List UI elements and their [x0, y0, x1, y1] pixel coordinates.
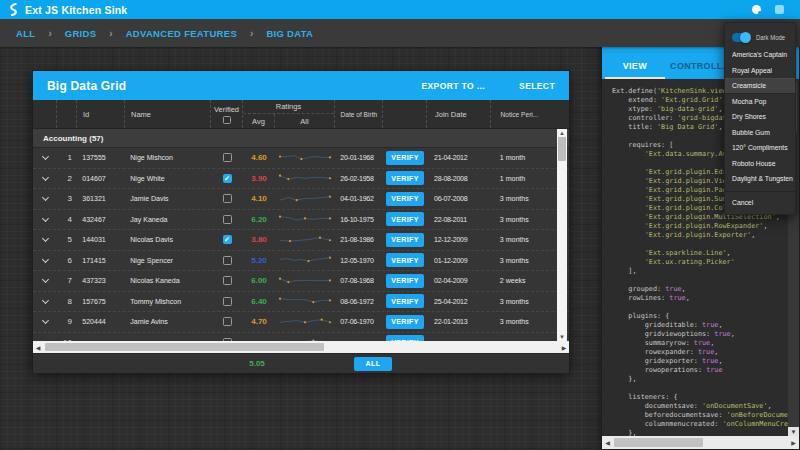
row-expander-chevron-icon[interactable]	[41, 235, 48, 242]
verify-button[interactable]: VERIFY	[386, 274, 424, 288]
scrollbar-thumb[interactable]	[45, 343, 324, 351]
tab-view[interactable]: VIEW	[602, 53, 668, 79]
table-row[interactable]: 3361321Jamie Davis4.1004-01-1962VERIFY06…	[33, 189, 569, 210]
apps-icon[interactable]	[775, 5, 784, 14]
cell-id: 520444	[77, 312, 125, 332]
column-header-join-date[interactable]: Join Date	[427, 100, 491, 128]
breadcrumb-item-all[interactable]: ALL	[16, 28, 35, 39]
select-button[interactable]: SELECT	[519, 81, 555, 91]
ratings-sparkline	[278, 152, 332, 164]
menu-item-bubble-gum[interactable]: Bubble Gum	[725, 125, 795, 141]
scroll-down-icon[interactable]: ▼	[559, 333, 565, 341]
cell-date-of-birth: 07-06-1970	[335, 312, 383, 332]
group-header[interactable]: Accounting (57)	[33, 129, 569, 148]
verify-button[interactable]: VERIFY	[386, 192, 424, 206]
breadcrumb-item-big-data[interactable]: BIG DATA	[266, 28, 313, 39]
verified-checkbox[interactable]	[223, 215, 232, 224]
theme-palette-icon[interactable]	[752, 5, 761, 14]
column-header-notice-period[interactable]: Notice Peri...	[491, 100, 569, 128]
menu-item-cancel[interactable]: Cancel	[725, 195, 795, 211]
row-expander-chevron-icon[interactable]	[41, 153, 48, 160]
table-row[interactable]: 9520444Jamie Avins4.7007-06-1970VERIFY22…	[33, 312, 569, 333]
verified-checkbox[interactable]	[223, 194, 232, 203]
column-header-verified[interactable]: Verified	[211, 100, 243, 128]
verify-button[interactable]: VERIFY	[386, 151, 424, 165]
verified-checkbox[interactable]	[223, 317, 232, 326]
column-header-rownumber[interactable]	[57, 100, 77, 128]
menu-item-america-s-captain[interactable]: America's Captain	[725, 47, 795, 63]
table-row[interactable]: 5144031Nicolas Davis✓3.8021-08-1986VERIF…	[33, 230, 569, 251]
grid-vertical-scrollbar[interactable]: ▲ ▼	[557, 129, 567, 341]
verified-checkbox[interactable]	[223, 256, 232, 265]
scrollbar-thumb[interactable]	[614, 438, 703, 447]
verify-button[interactable]: VERIFY	[386, 315, 424, 329]
table-row[interactable]: 4432467Jay Kaneda6.2016-10-1975VERIFY22-…	[33, 210, 569, 231]
cell-id: 432467	[77, 210, 125, 230]
dark-mode-toggle-row[interactable]: Dark Mode	[725, 27, 795, 47]
column-headers: Id Name Verified Ratings Avg All Date of…	[33, 100, 569, 129]
menu-item-creamsicle[interactable]: Creamsicle	[725, 78, 795, 94]
grid-horizontal-scrollbar[interactable]: ◀ ▶	[33, 341, 569, 353]
row-expander-chevron-icon[interactable]	[41, 194, 48, 201]
scroll-left-icon[interactable]: ◀	[33, 344, 43, 351]
verified-checkbox[interactable]: ✓	[223, 235, 232, 244]
table-row[interactable]: 10VERIFY	[33, 333, 569, 342]
verify-button[interactable]: VERIFY	[386, 171, 424, 185]
scroll-right-icon[interactable]: ▶	[788, 439, 799, 446]
dark-mode-toggle[interactable]	[732, 33, 750, 42]
cell-name: Jay Kaneda	[125, 210, 211, 230]
scroll-up-icon[interactable]: ▲	[559, 129, 565, 137]
table-row[interactable]: 7437323Nicolas Kaneda6.0007-08-1968VERIF…	[33, 271, 569, 292]
column-header-name[interactable]: Name	[125, 100, 211, 128]
row-number: 2	[57, 169, 77, 189]
menu-item-mocha-pop[interactable]: Mocha Pop	[725, 94, 795, 110]
menu-item-royal-appeal[interactable]: Royal Appeal	[725, 63, 795, 79]
table-row[interactable]: 8157675Tommy Mishcon6.4008-06-1972VERIFY…	[33, 292, 569, 313]
verified-checkbox[interactable]	[223, 276, 232, 285]
menu-item-roboto-house[interactable]: Roboto House	[725, 156, 795, 172]
row-expander-chevron-icon[interactable]	[41, 276, 48, 283]
breadcrumb-item-grids[interactable]: GRIDS	[65, 28, 97, 39]
table-row[interactable]: 2014607Nige White✓3.9026-02-1958VERIFY28…	[33, 169, 569, 190]
breadcrumb-item-advanced-features[interactable]: ADVANCED FEATURES	[126, 28, 237, 39]
app-title: Ext JS Kitchen Sink	[25, 4, 127, 16]
scrollbar-thumb[interactable]	[558, 137, 566, 161]
code-horizontal-scrollbar[interactable]: ◀ ▶	[602, 436, 799, 449]
code-line: gridviewoptions: true,	[612, 330, 790, 339]
code-line: documentsave: 'onDocumentSave',	[612, 402, 790, 411]
column-header-ratings[interactable]: Ratings	[243, 100, 334, 114]
row-expander-chevron-icon[interactable]	[41, 317, 48, 324]
code-line: rowoperations: true	[612, 366, 790, 375]
scroll-left-icon[interactable]: ◀	[602, 439, 613, 446]
row-number: 10	[57, 333, 77, 342]
verified-checkbox[interactable]	[223, 153, 232, 162]
export-to-button[interactable]: EXPORT TO ...	[421, 81, 485, 91]
table-row[interactable]: 1137555Nige Mishcon4.6020-01-1968VERIFY2…	[33, 148, 569, 169]
verify-all-button[interactable]: ALL	[354, 357, 392, 371]
column-header-verify[interactable]	[383, 100, 427, 128]
row-expander-chevron-icon[interactable]	[41, 297, 48, 304]
column-header-id[interactable]: Id	[77, 100, 125, 128]
column-header-expander[interactable]	[33, 100, 57, 128]
code-line	[612, 276, 790, 285]
verified-checkbox[interactable]: ✓	[223, 174, 232, 183]
row-expander-chevron-icon[interactable]	[41, 215, 48, 222]
row-expander-chevron-icon[interactable]	[41, 256, 48, 263]
menu-item-dry-shores[interactable]: Dry Shores	[725, 109, 795, 125]
table-row[interactable]: 6171415Nige Spencer5.2012-05-1970VERIFY0…	[33, 251, 569, 272]
menu-item-120-compliments[interactable]: 120° Compliments	[725, 140, 795, 156]
cell-join-date: 12-12-2009	[427, 230, 491, 250]
menu-item-daylight-tungsten[interactable]: Daylight & Tungsten	[725, 171, 795, 187]
verify-button[interactable]: VERIFY	[386, 212, 424, 226]
verified-checkbox[interactable]	[223, 297, 232, 306]
column-header-avg[interactable]: Avg	[243, 114, 275, 128]
column-header-all[interactable]: All	[275, 114, 334, 128]
toggle-knob-icon[interactable]	[740, 32, 751, 43]
row-expander-chevron-icon[interactable]	[41, 174, 48, 181]
scroll-right-icon[interactable]: ▶	[559, 344, 569, 351]
column-header-dob[interactable]: Date of Birth	[335, 100, 383, 128]
verify-button[interactable]: VERIFY	[386, 233, 424, 247]
select-all-checkbox[interactable]	[223, 116, 231, 124]
verify-button[interactable]: VERIFY	[386, 253, 424, 267]
verify-button[interactable]: VERIFY	[386, 294, 424, 308]
